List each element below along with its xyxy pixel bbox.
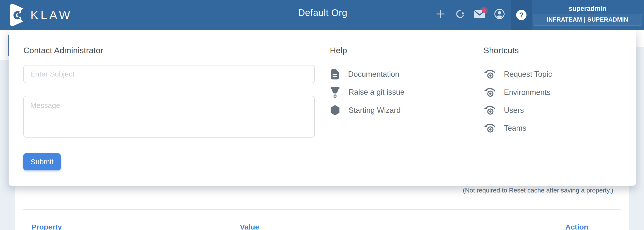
shortcut-redirect-icon	[484, 123, 496, 133]
add-icon[interactable]	[436, 9, 446, 19]
help-item-documentation[interactable]: Documentation	[330, 69, 400, 80]
help-icon[interactable]: ?	[511, 0, 532, 30]
shortcut-item-label: Teams	[504, 124, 526, 133]
contact-admin-title: Contact Administrator	[23, 46, 103, 55]
shortcut-item-label: Request Topic	[504, 70, 552, 79]
unread-badge	[482, 8, 486, 13]
shortcut-item-users[interactable]: Users	[484, 105, 524, 116]
help-section-title: Help	[330, 46, 347, 55]
user-name: superadmin	[533, 5, 642, 12]
help-circle: ?	[516, 10, 526, 20]
shortcut-item-environments[interactable]: Environments	[484, 87, 550, 98]
help-item-starting-wizard[interactable]: Starting Wizard	[330, 105, 401, 116]
document-icon	[330, 69, 340, 80]
shortcut-item-label: Environments	[504, 88, 550, 97]
user-role-selector[interactable]: INFRATEAM | SUPERADMIN	[533, 14, 642, 25]
help-item-label: Starting Wizard	[348, 106, 401, 115]
shortcut-redirect-icon	[484, 105, 496, 115]
shortcut-item-label: Users	[504, 106, 524, 115]
help-item-label: Documentation	[348, 70, 400, 79]
submit-button[interactable]: Submit	[23, 153, 61, 170]
message-textarea[interactable]	[23, 96, 315, 137]
question-mark-glyph: ?	[519, 11, 524, 19]
shortcut-item-teams[interactable]: Teams	[484, 122, 526, 134]
table-divider	[23, 209, 621, 209]
account-icon[interactable]	[494, 9, 504, 19]
app-header: KLAW Default Org ? superadmin	[0, 0, 644, 30]
help-item-git-issue[interactable]: Raise a git issue	[330, 87, 404, 98]
shortcut-redirect-icon	[484, 87, 496, 98]
table-header-property: Property	[32, 223, 62, 230]
table-header-action: Action	[565, 223, 588, 230]
git-issue-icon	[330, 87, 340, 98]
shortcut-item-request-topic[interactable]: Request Topic	[484, 69, 552, 80]
user-role-label: INFRATEAM | SUPERADMIN	[547, 16, 628, 23]
hexagon-wizard-icon	[330, 105, 340, 116]
mail-icon[interactable]	[475, 9, 485, 19]
help-item-label: Raise a git issue	[348, 88, 404, 97]
org-title: Default Org	[298, 7, 347, 18]
brand[interactable]: KLAW	[9, 0, 72, 30]
refresh-icon[interactable]	[455, 9, 465, 19]
shortcuts-section-title: Shortcuts	[484, 46, 519, 55]
table-header-value: Value	[240, 223, 259, 230]
help-dropdown-panel: Contact Administrator Submit Help Docume…	[8, 30, 636, 186]
subject-input[interactable]	[23, 65, 315, 83]
cache-note: (Not required to Reset cache after savin…	[463, 187, 613, 194]
brand-name: KLAW	[30, 8, 72, 22]
klaw-logo-icon	[9, 4, 24, 26]
shortcut-redirect-icon	[484, 69, 496, 79]
